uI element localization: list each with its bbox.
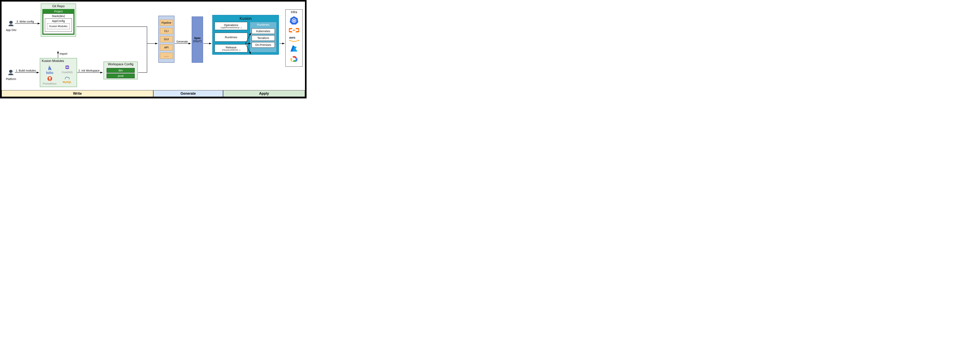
release-sub: (Filesystem/DB/OSS...) bbox=[215, 49, 247, 51]
phase-write: Write bbox=[2, 90, 153, 97]
coredns-icon bbox=[64, 64, 70, 70]
kusion-modules-logos: Istio CoreDNS Prometheus MySQL bbox=[40, 64, 76, 87]
istio-label: Istio bbox=[41, 71, 58, 75]
runtimes-panel: Runtimes Kubernetes Terraform On-Premise… bbox=[250, 22, 277, 52]
git-repo-box: Git Repo Project Stack(dev) AppConfig Ku… bbox=[41, 3, 76, 37]
actor-app-dev: App Dev bbox=[6, 20, 16, 32]
coredns-label: CoreDNS bbox=[59, 71, 75, 74]
runtimes-button: Runtimes bbox=[215, 33, 248, 41]
operations-label: Operations bbox=[224, 23, 238, 27]
svg-rect-4 bbox=[48, 70, 51, 70]
client-cli: CLI bbox=[160, 28, 173, 34]
kusion-title: Kusion bbox=[215, 16, 277, 22]
mysql-label: MySQL bbox=[59, 81, 75, 84]
diagram-root: Write Generate Apply App Dev Platform Gi… bbox=[0, 0, 307, 99]
aws-icon: aws bbox=[286, 35, 302, 43]
user-icon bbox=[7, 68, 15, 77]
workspace-env-dev: dev bbox=[107, 68, 135, 73]
phase-bar: Write Generate Apply bbox=[2, 90, 305, 97]
client-gui: GUI bbox=[160, 36, 173, 42]
operations-box: Operations (Apply/Preview/Destroy/...) bbox=[215, 22, 248, 30]
kubernetes-icon bbox=[286, 16, 302, 26]
release-label: Release bbox=[226, 46, 236, 49]
label-init-workspace: 2. Init Workspace bbox=[78, 69, 100, 72]
client-api: API bbox=[160, 44, 173, 51]
client-pipeline: Pipeline bbox=[160, 20, 173, 26]
logo-prometheus: Prometheus bbox=[41, 76, 58, 85]
kusion-modules-title: Kusion Modules bbox=[40, 59, 76, 64]
spec-box: Spec (SSoT) bbox=[192, 16, 203, 63]
workspace-env-prod: prod bbox=[107, 73, 135, 78]
spec-label: Spec bbox=[194, 37, 200, 40]
git-repo-title: Git Repo bbox=[41, 4, 76, 9]
gcp-icon bbox=[286, 55, 302, 64]
label-import: Import bbox=[60, 52, 67, 55]
project-box: Project Stack(dev) AppConfig Kusion Modu… bbox=[42, 9, 75, 35]
prometheus-label: Prometheus bbox=[41, 82, 58, 85]
workspace-config-box: Workspace Config dev prod bbox=[103, 62, 138, 79]
actor-app-dev-label: App Dev bbox=[6, 29, 16, 32]
istio-icon bbox=[48, 64, 52, 70]
phase-generate: Generate bbox=[153, 90, 223, 97]
prometheus-icon bbox=[47, 76, 53, 81]
client-more: ...... bbox=[160, 52, 173, 59]
stack-label: Stack(dev) bbox=[45, 14, 72, 17]
user-icon bbox=[7, 20, 15, 28]
actor-platform-label: Platform bbox=[6, 78, 16, 81]
mysql-icon bbox=[64, 76, 70, 80]
kusion-modules-box: Kusion Modules Istio CoreDNS Prometheus … bbox=[40, 58, 77, 87]
logo-istio: Istio bbox=[41, 64, 58, 75]
kusion-modules-inner: Kusion Modules bbox=[47, 23, 70, 29]
svg-point-3 bbox=[9, 70, 12, 73]
azure-icon bbox=[286, 44, 302, 54]
svg-rect-17 bbox=[293, 30, 295, 30]
clients-column: Pipeline CLI GUI API ...... bbox=[158, 16, 175, 63]
appconfig-box: AppConfig Kusion Modules bbox=[45, 18, 72, 32]
infra-title: Infra bbox=[286, 10, 302, 15]
kusion-box: Kusion Operations (Apply/Preview/Destroy… bbox=[212, 15, 279, 55]
runtime-kubernetes: Kubernetes bbox=[252, 29, 275, 34]
label-generrate: Generate bbox=[177, 40, 188, 43]
runtimes-panel-title: Runtimes bbox=[251, 23, 275, 27]
appconfig-label: AppConfig bbox=[52, 19, 65, 22]
logo-mysql: MySQL bbox=[59, 76, 75, 85]
phase-apply: Apply bbox=[223, 90, 305, 97]
infra-box: Infra aws bbox=[285, 10, 302, 67]
actor-platform: Platform bbox=[6, 68, 16, 81]
svg-point-7 bbox=[66, 78, 66, 78]
logo-coredns: CoreDNS bbox=[59, 64, 75, 75]
alibaba-cloud-icon bbox=[286, 27, 302, 34]
stack-box: Stack(dev) AppConfig Kusion Modules bbox=[43, 14, 74, 34]
svg-rect-5 bbox=[65, 65, 69, 69]
label-write-config: 3. Write config bbox=[16, 20, 34, 23]
spec-sublabel: (SSoT) bbox=[193, 40, 202, 43]
svg-point-1 bbox=[9, 21, 12, 24]
runtime-terraform: Terraform bbox=[252, 35, 275, 41]
svg-text:aws: aws bbox=[289, 36, 295, 40]
project-label: Project bbox=[43, 10, 74, 14]
workspace-config-title: Workspace Config bbox=[104, 62, 137, 67]
label-build-modules: 1. Build modules bbox=[16, 69, 36, 72]
operations-sub: (Apply/Preview/Destroy/...) bbox=[215, 27, 247, 29]
release-box: Release (Filesystem/DB/OSS...) bbox=[215, 44, 248, 52]
runtime-onpremises: On-Premises bbox=[252, 42, 275, 48]
